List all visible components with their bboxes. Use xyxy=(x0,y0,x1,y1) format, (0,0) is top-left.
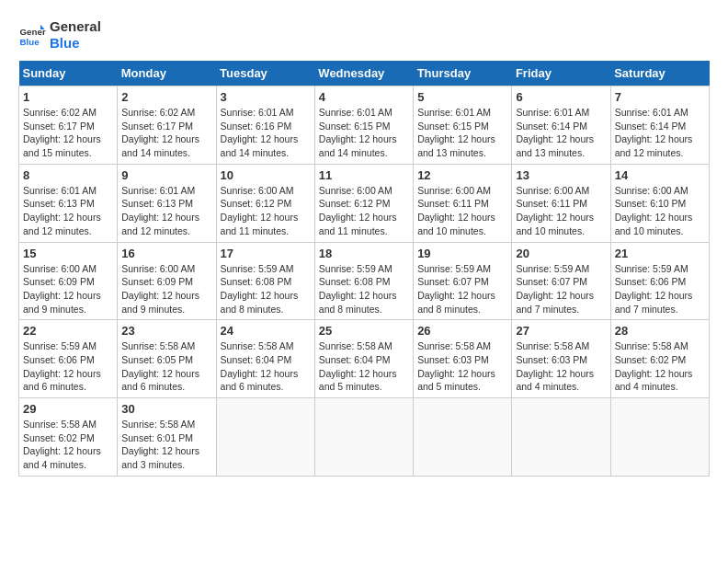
calendar-empty-cell xyxy=(314,398,413,477)
day-number: 17 xyxy=(221,247,311,260)
calendar-table: SundayMondayTuesdayWednesdayThursdayFrid… xyxy=(18,61,710,477)
day-detail: Sunrise: 5:59 AM Sunset: 6:08 PM Dayligh… xyxy=(319,262,409,316)
calendar-day-cell: 30 Sunrise: 5:58 AM Sunset: 6:01 PM Dayl… xyxy=(118,398,216,477)
page-header: General Blue General Blue xyxy=(18,18,710,52)
calendar-day-cell: 29 Sunrise: 5:58 AM Sunset: 6:02 PM Dayl… xyxy=(19,398,118,477)
day-number: 9 xyxy=(121,168,211,182)
day-detail: Sunrise: 6:02 AM Sunset: 6:17 PM Dayligh… xyxy=(23,106,113,160)
day-detail: Sunrise: 6:00 AM Sunset: 6:11 PM Dayligh… xyxy=(516,184,606,238)
calendar-day-cell: 22 Sunrise: 5:59 AM Sunset: 6:06 PM Dayl… xyxy=(19,320,118,398)
day-detail: Sunrise: 6:00 AM Sunset: 6:12 PM Dayligh… xyxy=(319,184,409,238)
day-detail: Sunrise: 5:59 AM Sunset: 6:06 PM Dayligh… xyxy=(23,339,113,394)
day-detail: Sunrise: 5:58 AM Sunset: 6:03 PM Dayligh… xyxy=(417,339,507,394)
day-of-week-header: Sunday xyxy=(19,61,118,86)
day-number: 13 xyxy=(516,168,606,182)
calendar-day-cell: 27 Sunrise: 5:58 AM Sunset: 6:03 PM Dayl… xyxy=(512,320,610,398)
day-detail: Sunrise: 5:59 AM Sunset: 6:07 PM Dayligh… xyxy=(417,262,507,316)
calendar-empty-cell xyxy=(414,398,512,477)
day-detail: Sunrise: 6:01 AM Sunset: 6:14 PM Dayligh… xyxy=(615,106,705,160)
day-detail: Sunrise: 6:01 AM Sunset: 6:13 PM Dayligh… xyxy=(23,184,113,238)
day-of-week-header: Tuesday xyxy=(216,61,314,86)
day-detail: Sunrise: 6:01 AM Sunset: 6:15 PM Dayligh… xyxy=(319,106,409,160)
calendar-day-cell: 6 Sunrise: 6:01 AM Sunset: 6:14 PM Dayli… xyxy=(512,86,610,165)
day-number: 15 xyxy=(23,247,113,260)
day-number: 20 xyxy=(516,247,606,260)
calendar-day-cell: 9 Sunrise: 6:01 AM Sunset: 6:13 PM Dayli… xyxy=(118,164,216,242)
day-detail: Sunrise: 6:00 AM Sunset: 6:10 PM Dayligh… xyxy=(615,184,705,238)
day-number: 6 xyxy=(516,90,606,104)
day-number: 24 xyxy=(221,324,311,338)
day-number: 18 xyxy=(319,247,409,260)
calendar-day-cell: 13 Sunrise: 6:00 AM Sunset: 6:11 PM Dayl… xyxy=(512,164,610,242)
calendar-day-cell: 17 Sunrise: 5:59 AM Sunset: 6:08 PM Dayl… xyxy=(216,242,314,320)
day-number: 16 xyxy=(121,247,211,260)
calendar-empty-cell xyxy=(512,398,610,477)
day-detail: Sunrise: 6:01 AM Sunset: 6:13 PM Dayligh… xyxy=(121,184,211,238)
day-detail: Sunrise: 5:58 AM Sunset: 6:05 PM Dayligh… xyxy=(121,339,211,394)
calendar-day-cell: 19 Sunrise: 5:59 AM Sunset: 6:07 PM Dayl… xyxy=(414,242,512,320)
calendar-empty-cell xyxy=(216,398,314,477)
calendar-day-cell: 10 Sunrise: 6:00 AM Sunset: 6:12 PM Dayl… xyxy=(216,164,314,242)
calendar-day-cell: 3 Sunrise: 6:01 AM Sunset: 6:16 PM Dayli… xyxy=(216,86,314,165)
calendar-week-row: 22 Sunrise: 5:59 AM Sunset: 6:06 PM Dayl… xyxy=(19,320,710,398)
svg-text:Blue: Blue xyxy=(20,37,40,47)
day-detail: Sunrise: 5:58 AM Sunset: 6:02 PM Dayligh… xyxy=(615,339,705,394)
day-detail: Sunrise: 6:00 AM Sunset: 6:11 PM Dayligh… xyxy=(417,184,507,238)
day-detail: Sunrise: 5:59 AM Sunset: 6:08 PM Dayligh… xyxy=(221,262,311,316)
calendar-week-row: 15 Sunrise: 6:00 AM Sunset: 6:09 PM Dayl… xyxy=(19,242,710,320)
calendar-day-cell: 24 Sunrise: 5:58 AM Sunset: 6:04 PM Dayl… xyxy=(216,320,314,398)
day-detail: Sunrise: 6:01 AM Sunset: 6:15 PM Dayligh… xyxy=(417,106,507,160)
header-row: SundayMondayTuesdayWednesdayThursdayFrid… xyxy=(19,61,710,86)
calendar-week-row: 29 Sunrise: 5:58 AM Sunset: 6:02 PM Dayl… xyxy=(19,398,710,477)
logo: General Blue General Blue xyxy=(18,18,101,52)
calendar-day-cell: 15 Sunrise: 6:00 AM Sunset: 6:09 PM Dayl… xyxy=(19,242,118,320)
logo-icon: General Blue xyxy=(18,21,46,49)
day-number: 22 xyxy=(23,324,113,338)
day-of-week-header: Thursday xyxy=(414,61,512,86)
day-number: 12 xyxy=(417,168,507,182)
day-of-week-header: Monday xyxy=(118,61,216,86)
calendar-day-cell: 18 Sunrise: 5:59 AM Sunset: 6:08 PM Dayl… xyxy=(314,242,413,320)
day-detail: Sunrise: 6:02 AM Sunset: 6:17 PM Dayligh… xyxy=(121,106,211,160)
day-detail: Sunrise: 5:58 AM Sunset: 6:01 PM Dayligh… xyxy=(121,418,211,472)
calendar-day-cell: 2 Sunrise: 6:02 AM Sunset: 6:17 PM Dayli… xyxy=(118,86,216,165)
day-number: 10 xyxy=(221,168,311,182)
day-detail: Sunrise: 5:58 AM Sunset: 6:02 PM Dayligh… xyxy=(23,418,113,472)
day-number: 19 xyxy=(417,247,507,260)
calendar-day-cell: 16 Sunrise: 6:00 AM Sunset: 6:09 PM Dayl… xyxy=(118,242,216,320)
day-number: 29 xyxy=(23,402,113,416)
calendar-day-cell: 5 Sunrise: 6:01 AM Sunset: 6:15 PM Dayli… xyxy=(414,86,512,165)
calendar-day-cell: 1 Sunrise: 6:02 AM Sunset: 6:17 PM Dayli… xyxy=(19,86,118,165)
day-detail: Sunrise: 6:00 AM Sunset: 6:09 PM Dayligh… xyxy=(121,262,211,316)
day-number: 25 xyxy=(319,324,409,338)
day-detail: Sunrise: 6:00 AM Sunset: 6:09 PM Dayligh… xyxy=(23,262,113,316)
calendar-day-cell: 11 Sunrise: 6:00 AM Sunset: 6:12 PM Dayl… xyxy=(314,164,413,242)
day-number: 27 xyxy=(516,324,606,338)
day-number: 11 xyxy=(319,168,409,182)
day-of-week-header: Wednesday xyxy=(314,61,413,86)
day-detail: Sunrise: 6:01 AM Sunset: 6:14 PM Dayligh… xyxy=(516,106,606,160)
day-number: 28 xyxy=(615,324,705,338)
calendar-day-cell: 7 Sunrise: 6:01 AM Sunset: 6:14 PM Dayli… xyxy=(610,86,709,165)
day-detail: Sunrise: 5:58 AM Sunset: 6:03 PM Dayligh… xyxy=(516,339,606,394)
day-number: 1 xyxy=(23,90,113,104)
day-number: 2 xyxy=(121,90,211,104)
calendar-day-cell: 12 Sunrise: 6:00 AM Sunset: 6:11 PM Dayl… xyxy=(414,164,512,242)
calendar-day-cell: 8 Sunrise: 6:01 AM Sunset: 6:13 PM Dayli… xyxy=(19,164,118,242)
calendar-day-cell: 21 Sunrise: 5:59 AM Sunset: 6:06 PM Dayl… xyxy=(610,242,709,320)
calendar-day-cell: 28 Sunrise: 5:58 AM Sunset: 6:02 PM Dayl… xyxy=(610,320,709,398)
day-detail: Sunrise: 5:58 AM Sunset: 6:04 PM Dayligh… xyxy=(319,339,409,394)
day-number: 4 xyxy=(319,90,409,104)
day-number: 8 xyxy=(23,168,113,182)
day-detail: Sunrise: 6:01 AM Sunset: 6:16 PM Dayligh… xyxy=(221,106,311,160)
calendar-week-row: 8 Sunrise: 6:01 AM Sunset: 6:13 PM Dayli… xyxy=(19,164,710,242)
day-number: 26 xyxy=(417,324,507,338)
calendar-empty-cell xyxy=(610,398,709,477)
day-number: 7 xyxy=(615,90,705,104)
day-detail: Sunrise: 5:58 AM Sunset: 6:04 PM Dayligh… xyxy=(221,339,311,394)
calendar-day-cell: 4 Sunrise: 6:01 AM Sunset: 6:15 PM Dayli… xyxy=(314,86,413,165)
calendar-day-cell: 25 Sunrise: 5:58 AM Sunset: 6:04 PM Dayl… xyxy=(314,320,413,398)
day-number: 3 xyxy=(221,90,311,104)
day-of-week-header: Saturday xyxy=(610,61,709,86)
calendar-day-cell: 23 Sunrise: 5:58 AM Sunset: 6:05 PM Dayl… xyxy=(118,320,216,398)
